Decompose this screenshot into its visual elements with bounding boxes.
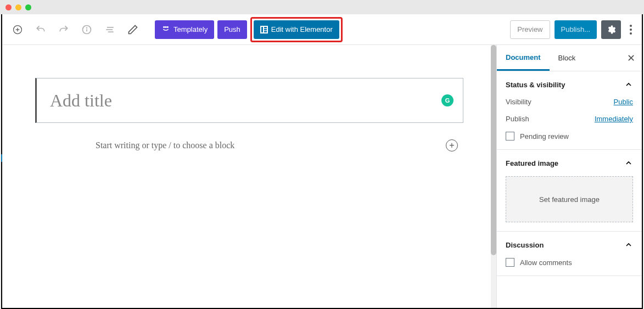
visibility-value-link[interactable]: Public (614, 98, 633, 106)
svg-point-5 (87, 27, 87, 28)
allow-comments-checkbox[interactable] (506, 258, 514, 267)
tab-block[interactable]: Block (550, 45, 585, 71)
editor-area: G Start writing or type / to choose a bl… (2, 45, 496, 308)
preview-label: Preview (517, 25, 542, 33)
add-block-icon[interactable] (8, 20, 27, 40)
status-panel-title: Status & visibility (506, 81, 565, 89)
featured-panel-header[interactable]: Featured image (497, 150, 642, 176)
svg-rect-15 (264, 29, 267, 30)
pending-review-checkbox[interactable] (506, 132, 514, 141)
outline-icon[interactable] (100, 20, 120, 40)
chevron-up-icon (624, 159, 633, 167)
info-icon[interactable] (77, 20, 97, 40)
more-menu-icon[interactable] (625, 25, 636, 35)
set-featured-image-button[interactable]: Set featured image (506, 176, 633, 222)
content-placeholder[interactable]: Start writing or type / to choose a bloc… (96, 141, 234, 150)
svg-point-11 (167, 26, 169, 28)
svg-point-9 (163, 26, 165, 28)
discussion-panel-title: Discussion (506, 241, 544, 249)
add-block-inline-icon[interactable]: + (446, 139, 458, 151)
allow-comments-label: Allow comments (520, 259, 572, 267)
status-panel-header[interactable]: Status & visibility (497, 71, 642, 98)
svg-rect-16 (264, 31, 267, 32)
browser-chrome (0, 0, 644, 14)
elementor-label: Edit with Elementor (271, 25, 333, 33)
visibility-label: Visibility (506, 98, 531, 106)
featured-image-panel: Featured image Set featured image (497, 150, 642, 232)
templately-button[interactable]: Templately (155, 20, 214, 39)
discussion-panel: Discussion Allow comments (497, 232, 642, 276)
edit-with-elementor-button[interactable]: Edit with Elementor (254, 20, 339, 39)
elementor-highlight: Edit with Elementor (250, 17, 343, 42)
publish-label: Publish (506, 115, 529, 123)
publish-label: Publish... (561, 25, 590, 33)
templately-icon (161, 24, 170, 35)
chevron-up-icon (624, 80, 633, 89)
settings-button[interactable] (601, 20, 621, 39)
preview-button[interactable]: Preview (510, 20, 550, 39)
top-toolbar: Templately Push Edit with Elementor Prev… (2, 14, 642, 45)
push-label: Push (224, 25, 240, 33)
settings-sidebar: Document Block ✕ Status & visibility Vis… (496, 45, 642, 308)
edit-icon[interactable] (123, 20, 143, 40)
publish-value-link[interactable]: Immediately (595, 115, 633, 123)
templately-label: Templately (173, 25, 208, 33)
redo-icon[interactable] (54, 20, 74, 40)
gear-icon (606, 25, 616, 35)
close-sidebar-icon[interactable]: ✕ (627, 52, 635, 64)
svg-rect-14 (264, 27, 267, 29)
push-button[interactable]: Push (217, 20, 247, 39)
window-close-dot[interactable] (5, 4, 12, 10)
status-visibility-panel: Status & visibility Visibility Public Pu… (497, 71, 642, 150)
elementor-icon (260, 26, 268, 33)
svg-point-10 (165, 26, 166, 28)
chevron-up-icon (624, 240, 633, 249)
featured-panel-title: Featured image (506, 159, 558, 167)
undo-icon[interactable] (31, 20, 51, 40)
window-maximize-dot[interactable] (25, 4, 31, 10)
publish-button[interactable]: Publish... (555, 20, 597, 39)
window-minimize-dot[interactable] (15, 4, 21, 10)
tab-document[interactable]: Document (497, 45, 550, 71)
discussion-panel-header[interactable]: Discussion (497, 232, 642, 258)
grammarly-icon[interactable]: G (441, 94, 453, 106)
svg-rect-13 (261, 27, 263, 32)
title-input[interactable] (35, 78, 463, 123)
editor-scrollbar[interactable] (491, 45, 496, 308)
pending-review-label: Pending review (520, 132, 569, 141)
